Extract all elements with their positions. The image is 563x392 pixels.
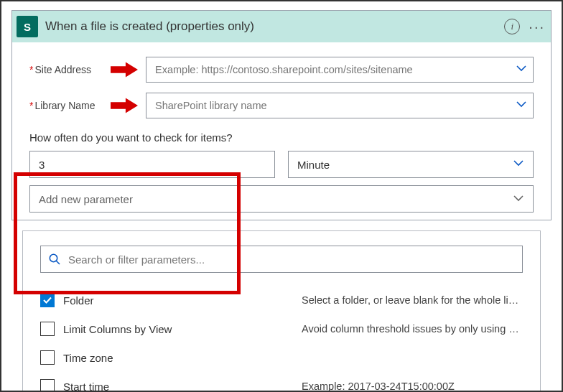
more-icon[interactable]: ···: [529, 23, 545, 30]
card-header[interactable]: S When a file is created (properties onl…: [12, 11, 551, 42]
checkbox[interactable]: [40, 350, 55, 365]
sharepoint-icon: S: [17, 16, 38, 37]
annotation-arrow-icon: [103, 98, 146, 113]
parameter-search-input[interactable]: Search or filter parameters...: [40, 246, 523, 273]
chevron-down-icon: [513, 157, 524, 172]
interval-input[interactable]: 3: [29, 151, 275, 178]
annotation-arrow-icon: [103, 62, 146, 78]
parameter-dropdown-panel: Search or filter parameters... Folder Se…: [22, 230, 541, 392]
parameter-option[interactable]: Start time Example: 2017-03-24T15:00:00Z: [40, 372, 523, 392]
action-card: S When a file is created (properties onl…: [11, 10, 552, 220]
info-icon[interactable]: i: [504, 19, 520, 34]
svg-marker-1: [111, 98, 138, 113]
site-address-label: *Site Address: [29, 64, 103, 75]
search-placeholder: Search or filter parameters...: [68, 253, 205, 266]
library-name-placeholder: SharePoint library name: [155, 100, 516, 111]
parameter-option[interactable]: Time zone: [40, 343, 523, 372]
svg-marker-0: [111, 62, 138, 78]
parameter-option[interactable]: Limit Columns by View Avoid column thres…: [40, 314, 523, 343]
parameter-option[interactable]: Folder Select a folder, or leave blank f…: [40, 286, 523, 314]
library-name-label: *Library Name: [29, 100, 103, 111]
chevron-down-icon: [516, 98, 527, 113]
recurrence-question: How often do you want to check for items…: [29, 131, 534, 144]
svg-point-2: [50, 254, 57, 261]
search-icon: [48, 253, 61, 266]
chevron-down-icon: [513, 192, 524, 206]
add-parameter-dropdown[interactable]: Add new parameter: [29, 185, 534, 213]
library-name-dropdown[interactable]: SharePoint library name: [146, 93, 534, 118]
checkbox[interactable]: [40, 322, 55, 336]
svg-line-3: [57, 261, 60, 265]
site-address-placeholder: Example: https://contoso.sharepoint.com/…: [155, 64, 516, 75]
unit-dropdown[interactable]: Minute: [288, 151, 534, 178]
site-address-dropdown[interactable]: Example: https://contoso.sharepoint.com/…: [146, 57, 534, 83]
checkbox-checked[interactable]: [40, 293, 55, 307]
checkbox[interactable]: [40, 379, 55, 392]
chevron-down-icon: [516, 62, 527, 77]
card-title: When a file is created (properties only): [45, 19, 504, 34]
